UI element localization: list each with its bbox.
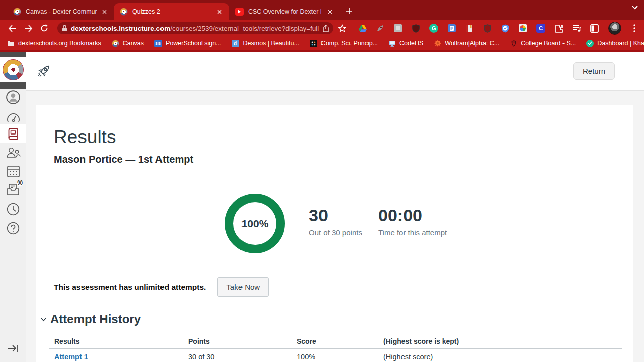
school-logo-tile[interactable]: ▲	[0, 57, 26, 82]
back-icon[interactable]	[5, 21, 19, 35]
student-attempt-subtitle: Mason Portice — 1st Attempt	[54, 154, 623, 165]
library-book-icon[interactable]	[465, 24, 474, 33]
logo-mark: ▲	[11, 67, 16, 72]
profile-avatar[interactable]	[608, 22, 621, 35]
bookmark-label: CodeHS	[399, 40, 423, 47]
results-card: Results Mason Portice — 1st Attempt 100%…	[36, 105, 633, 362]
rocket-extension-icon[interactable]	[376, 24, 384, 33]
playlist-icon[interactable]	[573, 24, 581, 33]
courses-active-tile[interactable]	[0, 124, 26, 143]
reload-icon[interactable]	[37, 21, 51, 35]
account-icon[interactable]	[0, 89, 26, 105]
score-percent: 100%	[242, 218, 269, 230]
photos-icon[interactable]	[519, 24, 527, 33]
time-stat: 00:00 Time for this attempt	[378, 207, 447, 237]
desmos-icon: d	[232, 40, 239, 47]
bookmark-desmos[interactable]: d Desmos | Beautifu...	[232, 40, 299, 47]
extensions-puzzle-icon[interactable]	[555, 24, 564, 33]
tab-canvas-dexter[interactable]: Canvas - Dexter Community Sc	[7, 3, 114, 20]
points-value: 30	[309, 207, 362, 224]
c-extension-icon[interactable]: C	[536, 24, 545, 33]
bookmark-label: Desmos | Beautifu...	[243, 40, 299, 47]
bookmark-folder[interactable]: dexterschools.org Bookmarks	[7, 40, 101, 47]
tab-list-chevron-icon[interactable]	[631, 5, 639, 10]
bookmark-codehs[interactable]: CodeHS	[388, 40, 423, 47]
help-icon[interactable]	[0, 221, 26, 235]
bookmark-label: College Board - S...	[521, 40, 576, 47]
bookmark-canvas[interactable]: Canvas	[112, 40, 144, 47]
wolfram-icon	[434, 40, 441, 47]
sis-icon: SIS	[154, 40, 162, 47]
row-score: 100%	[297, 353, 383, 361]
bookmark-khan[interactable]: Dashboard | Khan...	[586, 40, 644, 47]
inbox-unread-badge: 90	[17, 180, 23, 186]
chrome-menu-icon[interactable]	[630, 24, 639, 33]
bookmark-powerschool[interactable]: SIS PowerSchool sign...	[154, 40, 221, 47]
google-drive-icon[interactable]	[358, 24, 367, 33]
youtube-icon	[235, 8, 244, 16]
bookmark-label: dexterschools.org Bookmarks	[18, 40, 101, 47]
tab-close-icon[interactable]	[326, 8, 333, 16]
attempt-history-table: Results Points Score (Highest score is k…	[49, 334, 622, 362]
return-button[interactable]: Return	[573, 62, 615, 80]
shield-outline-icon[interactable]	[483, 24, 492, 33]
tab-close-icon[interactable]	[101, 8, 108, 16]
main-column: Return Results Mason Portice — 1st Attem…	[26, 52, 644, 362]
expand-sidebar-icon[interactable]	[0, 343, 26, 353]
tab-csc-overview[interactable]: CSC Overview for Dexter NHS	[229, 3, 339, 20]
extensions-cluster: G C	[358, 22, 639, 35]
attempt-history-heading: Attempt History	[50, 312, 141, 326]
score-donut: 100%	[225, 194, 285, 253]
take-now-button[interactable]: Take Now	[217, 277, 269, 297]
content-area: Results Mason Portice — 1st Attempt 100%…	[26, 90, 644, 362]
dashboard-icon[interactable]	[0, 112, 26, 124]
bookmark-star-icon[interactable]	[335, 21, 349, 35]
unlimited-attempts-note: This assessment has unlimited attempts.	[54, 283, 206, 292]
canvas-sidebar: ▲ 90	[0, 52, 26, 362]
bookmark-collegeboard[interactable]: College Board - S...	[510, 40, 576, 47]
browser-toolbar: dexterschools.instructure.com/courses/25…	[0, 20, 644, 36]
tab-title: CSC Overview for Dexter NHS	[248, 8, 321, 15]
bookmark-label: Canvas	[123, 40, 144, 47]
attempt-history-header[interactable]: Attempt History	[40, 312, 623, 326]
new-tab-button[interactable]	[342, 4, 356, 18]
forward-icon[interactable]	[21, 21, 35, 35]
history-icon[interactable]	[0, 202, 26, 216]
points-caption: Out of 30 points	[309, 228, 362, 237]
tab-close-icon[interactable]	[215, 8, 223, 16]
desmos-glyph: d	[234, 41, 237, 46]
table-header-row: Results Points Score (Highest score is k…	[49, 334, 622, 349]
grammarly-icon[interactable]: G	[429, 24, 438, 33]
bookmark-label: PowerSchool sign...	[166, 40, 221, 47]
c-glyph: C	[539, 25, 543, 31]
sidebar-divider-bar	[0, 82, 26, 89]
col-results: Results	[54, 337, 188, 345]
side-panel-icon[interactable]	[590, 24, 599, 33]
bookmark-csp[interactable]: Comp. Sci. Princip...	[310, 40, 378, 47]
sis-glyph: SIS	[155, 42, 160, 45]
time-caption: Time for this attempt	[378, 228, 447, 237]
csp-icon	[310, 40, 317, 47]
khan-shield-icon	[586, 40, 594, 47]
row-points: 30 of 30	[188, 353, 297, 361]
sidebar-top-bar	[0, 52, 26, 57]
url-text: dexterschools.instructure.com/courses/25…	[71, 25, 319, 32]
chevron-down-icon	[40, 317, 47, 322]
address-bar[interactable]: dexterschools.instructure.com/courses/25…	[57, 22, 333, 34]
screenshot-extension-icon[interactable]	[394, 24, 403, 33]
bookmark-label: Comp. Sci. Princip...	[321, 40, 378, 47]
protect-shield-icon[interactable]	[501, 24, 510, 33]
url-path: /courses/2539/external_tools/retrieve?di…	[170, 25, 319, 32]
reader-book-icon[interactable]	[448, 24, 456, 33]
calendar-icon[interactable]	[0, 164, 26, 178]
tab-quizzes-2[interactable]: Quizzes 2	[114, 3, 229, 20]
grammarly-glyph: G	[432, 25, 436, 31]
attempt-1-link[interactable]: Attempt 1	[54, 353, 88, 361]
groups-icon[interactable]	[0, 146, 26, 159]
lock-icon	[62, 25, 67, 32]
url-domain: dexterschools.instructure.com	[71, 25, 170, 32]
dexter-school-logo: ▲	[3, 59, 24, 80]
share-icon[interactable]	[323, 25, 329, 32]
shield-dark-icon[interactable]	[412, 24, 420, 33]
bookmark-wolfram[interactable]: Wolfram|Alpha: C...	[434, 40, 499, 47]
